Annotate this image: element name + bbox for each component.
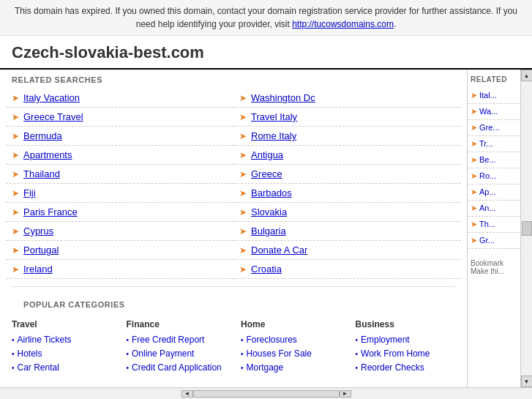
- list-item: Car Rental: [12, 360, 112, 374]
- category-title: Finance: [127, 319, 227, 329]
- category-link[interactable]: Employment: [361, 335, 410, 345]
- search-link[interactable]: Rome Italy: [251, 130, 296, 141]
- search-item: ➤Slovakia: [233, 203, 461, 222]
- scroll-left-button[interactable]: ◄: [181, 390, 193, 398]
- list-item: Mortgage: [241, 360, 341, 374]
- category-list: Airline TicketsHotelsCar Rental: [12, 332, 112, 374]
- search-link[interactable]: Italy Vacation: [23, 92, 80, 103]
- sidebar-link[interactable]: Wa...: [479, 107, 498, 116]
- bookmark-line2: Make thi...: [471, 267, 517, 275]
- category-link[interactable]: Free Credit Report: [132, 335, 204, 345]
- search-col-1: ➤Italy Vacation➤Greece Travel➤Bermuda➤Ap…: [6, 89, 233, 279]
- arrow-icon: ➤: [239, 112, 247, 122]
- search-item: ➤Paris France: [6, 203, 233, 222]
- search-col-2: ➤Washington Dc➤Travel Italy➤Rome Italy➤A…: [233, 89, 461, 279]
- scroll-down-button[interactable]: ▼: [521, 376, 533, 387]
- search-item: ➤Italy Vacation: [6, 89, 233, 108]
- category-link[interactable]: Hotels: [18, 348, 42, 359]
- notification-link[interactable]: http://tucowsdomains.com: [292, 19, 394, 29]
- search-link[interactable]: Washington Dc: [251, 92, 315, 103]
- category-link[interactable]: Online Payment: [132, 348, 194, 359]
- category-link[interactable]: Credit Card Application: [132, 362, 222, 373]
- sidebar-link[interactable]: Tr...: [479, 139, 493, 148]
- sidebar-bullet: ➤: [471, 187, 477, 196]
- category-link[interactable]: Houses For Sale: [247, 348, 312, 359]
- search-link[interactable]: Bermuda: [23, 130, 62, 141]
- arrow-icon: ➤: [12, 264, 19, 275]
- category-col: TravelAirline TicketsHotelsCar Rental: [12, 319, 112, 374]
- search-link[interactable]: Croatia: [251, 264, 282, 275]
- scroll-thumb[interactable]: [522, 221, 532, 236]
- arrow-icon: ➤: [239, 93, 247, 103]
- sidebar-bullet: ➤: [471, 91, 477, 100]
- scroll-up-button[interactable]: ▲: [521, 70, 533, 81]
- sidebar-bullet: ➤: [471, 204, 477, 212]
- list-item: Credit Card Application: [127, 360, 227, 374]
- search-link[interactable]: Cyprus: [23, 225, 53, 236]
- bookmark-line1: Bookmark: [471, 259, 517, 267]
- sidebar-header: RELATED: [468, 70, 520, 88]
- arrow-icon: ➤: [12, 245, 19, 256]
- category-link[interactable]: Foreclosures: [247, 335, 297, 345]
- related-searches-header: RELATED SEARCHES: [0, 70, 467, 89]
- search-item: ➤Donate A Car: [233, 241, 461, 260]
- arrow-icon: ➤: [239, 207, 247, 217]
- list-item: Online Payment: [127, 346, 227, 360]
- vertical-scrollbar[interactable]: ▲ ▼: [520, 70, 532, 387]
- sidebar-item: ➤Gre...: [468, 120, 520, 136]
- search-link[interactable]: Antigua: [251, 149, 283, 160]
- scrollbar-track[interactable]: [193, 390, 340, 398]
- sidebar-link[interactable]: An...: [479, 204, 496, 212]
- arrow-icon: ➤: [12, 93, 19, 103]
- arrow-icon: ➤: [239, 131, 247, 141]
- search-item: ➤Fiji: [6, 184, 233, 203]
- arrow-icon: ➤: [12, 131, 19, 141]
- search-link[interactable]: Portugal: [23, 245, 59, 256]
- sidebar-link[interactable]: Gr...: [479, 236, 495, 245]
- category-link[interactable]: Mortgage: [247, 362, 284, 373]
- arrow-icon: ➤: [12, 169, 19, 179]
- search-link[interactable]: Thailand: [23, 168, 60, 179]
- arrow-icon: ➤: [239, 226, 247, 236]
- category-link[interactable]: Work From Home: [361, 348, 430, 359]
- search-item: ➤Greece Travel: [6, 108, 233, 127]
- category-link[interactable]: Car Rental: [18, 362, 59, 373]
- search-columns: ➤Italy Vacation➤Greece Travel➤Bermuda➤Ap…: [0, 89, 467, 279]
- search-item: ➤Washington Dc: [233, 89, 461, 108]
- search-item: ➤Antigua: [233, 146, 461, 165]
- category-col: BusinessEmploymentWork From HomeReorder …: [356, 319, 456, 374]
- category-title: Business: [356, 319, 456, 329]
- search-link[interactable]: Greece Travel: [23, 111, 83, 122]
- category-col: HomeForeclosuresHouses For SaleMortgage: [241, 319, 341, 374]
- arrow-icon: ➤: [239, 264, 247, 275]
- section-divider: [12, 286, 455, 287]
- sidebar-link[interactable]: Ap...: [479, 187, 496, 196]
- category-list: Free Credit ReportOnline PaymentCredit C…: [127, 332, 227, 374]
- search-link[interactable]: Paris France: [23, 206, 78, 217]
- search-link[interactable]: Apartments: [23, 149, 72, 160]
- search-link[interactable]: Travel Italy: [251, 111, 297, 122]
- search-link[interactable]: Donate A Car: [251, 245, 307, 256]
- search-item: ➤Bulgaria: [233, 222, 461, 241]
- search-link[interactable]: Bulgaria: [251, 225, 286, 236]
- list-item: Reorder Checks: [356, 360, 456, 374]
- search-link[interactable]: Barbados: [251, 187, 292, 198]
- sidebar-item: ➤Gr...: [468, 233, 520, 249]
- arrow-icon: ➤: [12, 188, 19, 198]
- search-link[interactable]: Ireland: [23, 264, 53, 275]
- category-link[interactable]: Reorder Checks: [361, 362, 424, 373]
- search-link[interactable]: Fiji: [23, 187, 36, 198]
- category-title: Home: [241, 319, 341, 329]
- sidebar-link[interactable]: Gre...: [479, 123, 500, 132]
- sidebar-link[interactable]: Be...: [479, 155, 496, 164]
- horizontal-scrollbar[interactable]: ◄ ►: [0, 387, 532, 399]
- search-link[interactable]: Slovakia: [251, 206, 287, 217]
- sidebar-bullet: ➤: [471, 155, 477, 164]
- search-link[interactable]: Greece: [251, 168, 282, 179]
- sidebar-link[interactable]: Ro...: [479, 171, 496, 180]
- sidebar-link[interactable]: Th...: [479, 220, 495, 228]
- category-link[interactable]: Airline Tickets: [18, 335, 72, 345]
- sidebar-link[interactable]: Ital...: [479, 91, 497, 100]
- scroll-right-button[interactable]: ►: [340, 390, 351, 398]
- sidebar-bullet: ➤: [471, 107, 477, 116]
